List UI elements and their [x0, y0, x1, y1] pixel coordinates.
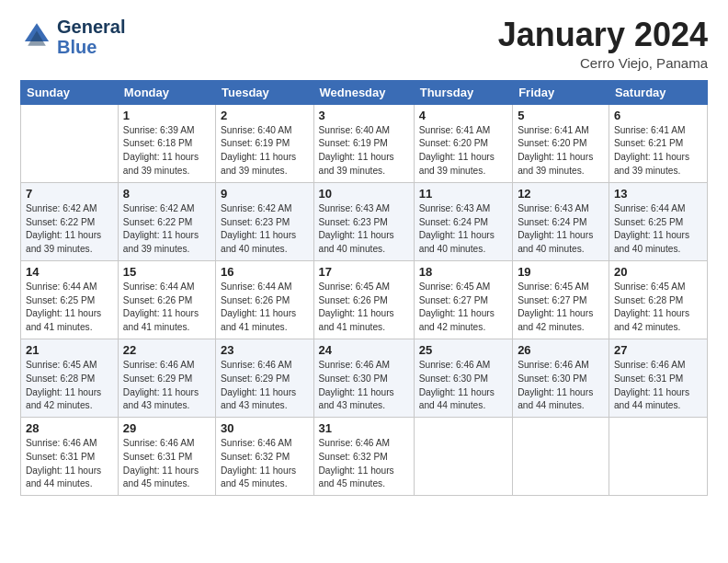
calendar-cell: 6Sunrise: 6:41 AMSunset: 6:21 PMDaylight… [609, 104, 707, 182]
day-number: 14 [26, 265, 113, 279]
day-info: Sunrise: 6:43 AMSunset: 6:23 PMDaylight:… [319, 202, 409, 257]
day-number: 26 [518, 343, 604, 357]
day-number: 19 [518, 265, 604, 279]
day-number: 10 [319, 187, 409, 201]
day-number: 4 [419, 109, 507, 122]
calendar-cell: 19Sunrise: 6:45 AMSunset: 6:27 PMDayligh… [513, 260, 609, 339]
day-number: 8 [123, 187, 210, 201]
day-number: 25 [419, 343, 507, 357]
calendar-cell: 16Sunrise: 6:44 AMSunset: 6:26 PMDayligh… [216, 260, 314, 339]
week-row-2: 7Sunrise: 6:42 AMSunset: 6:22 PMDaylight… [21, 182, 708, 260]
day-info: Sunrise: 6:46 AMSunset: 6:31 PMDaylight:… [26, 437, 113, 491]
day-info: Sunrise: 6:42 AMSunset: 6:23 PMDaylight:… [221, 202, 309, 257]
logo-area: General Blue [20, 17, 125, 57]
day-info: Sunrise: 6:42 AMSunset: 6:22 PMDaylight:… [26, 202, 113, 257]
col-header-wednesday: Wednesday [313, 80, 414, 104]
week-row-1: 1Sunrise: 6:39 AMSunset: 6:18 PMDaylight… [21, 104, 708, 182]
calendar-cell: 25Sunrise: 6:46 AMSunset: 6:30 PMDayligh… [414, 339, 512, 417]
day-number: 22 [123, 343, 210, 357]
day-number: 31 [319, 421, 409, 435]
day-number: 3 [319, 109, 409, 122]
day-info: Sunrise: 6:44 AMSunset: 6:25 PMDaylight:… [614, 202, 702, 257]
day-number: 11 [419, 187, 507, 201]
day-info: Sunrise: 6:41 AMSunset: 6:20 PMDaylight:… [518, 124, 604, 178]
day-info: Sunrise: 6:43 AMSunset: 6:24 PMDaylight:… [419, 202, 507, 257]
day-info: Sunrise: 6:46 AMSunset: 6:30 PMDaylight:… [319, 359, 409, 413]
month-title: January 2024 [498, 17, 708, 53]
day-info: Sunrise: 6:44 AMSunset: 6:26 PMDaylight:… [123, 281, 210, 335]
day-info: Sunrise: 6:39 AMSunset: 6:18 PMDaylight:… [123, 124, 210, 178]
calendar-cell: 17Sunrise: 6:45 AMSunset: 6:26 PMDayligh… [313, 260, 414, 339]
calendar-cell: 20Sunrise: 6:45 AMSunset: 6:28 PMDayligh… [609, 260, 707, 339]
calendar-cell [513, 418, 609, 496]
day-number: 23 [221, 343, 309, 357]
day-info: Sunrise: 6:45 AMSunset: 6:27 PMDaylight:… [419, 281, 507, 335]
calendar-cell: 14Sunrise: 6:44 AMSunset: 6:25 PMDayligh… [21, 260, 119, 339]
day-number: 13 [614, 187, 702, 201]
calendar-cell: 21Sunrise: 6:45 AMSunset: 6:28 PMDayligh… [21, 339, 119, 417]
day-info: Sunrise: 6:40 AMSunset: 6:19 PMDaylight:… [319, 124, 409, 178]
page: General Blue January 2024 Cerro Viejo, P… [0, 0, 728, 563]
calendar-cell: 24Sunrise: 6:46 AMSunset: 6:30 PMDayligh… [313, 339, 414, 417]
day-info: Sunrise: 6:45 AMSunset: 6:27 PMDaylight:… [518, 281, 604, 335]
day-number: 9 [221, 187, 309, 201]
calendar-cell: 30Sunrise: 6:46 AMSunset: 6:32 PMDayligh… [216, 418, 314, 496]
calendar-cell: 27Sunrise: 6:46 AMSunset: 6:31 PMDayligh… [609, 339, 707, 417]
calendar-cell: 3Sunrise: 6:40 AMSunset: 6:19 PMDaylight… [313, 104, 414, 182]
calendar-cell [21, 104, 119, 182]
calendar-table: SundayMondayTuesdayWednesdayThursdayFrid… [20, 80, 708, 497]
col-header-friday: Friday [513, 80, 609, 104]
day-number: 16 [221, 265, 309, 279]
day-info: Sunrise: 6:43 AMSunset: 6:24 PMDaylight:… [518, 202, 604, 257]
day-info: Sunrise: 6:45 AMSunset: 6:28 PMDaylight:… [614, 281, 702, 335]
calendar-cell: 7Sunrise: 6:42 AMSunset: 6:22 PMDaylight… [21, 182, 119, 260]
week-row-5: 28Sunrise: 6:46 AMSunset: 6:31 PMDayligh… [21, 418, 708, 496]
day-number: 5 [518, 109, 604, 122]
logo-text-line1: General [57, 17, 125, 37]
day-number: 1 [123, 109, 210, 122]
day-info: Sunrise: 6:46 AMSunset: 6:32 PMDaylight:… [319, 437, 409, 491]
day-info: Sunrise: 6:41 AMSunset: 6:20 PMDaylight:… [419, 124, 507, 178]
day-info: Sunrise: 6:42 AMSunset: 6:22 PMDaylight:… [123, 202, 210, 257]
day-info: Sunrise: 6:45 AMSunset: 6:26 PMDaylight:… [319, 281, 409, 335]
col-header-sunday: Sunday [21, 80, 119, 104]
calendar-cell: 9Sunrise: 6:42 AMSunset: 6:23 PMDaylight… [216, 182, 314, 260]
calendar-header-row: SundayMondayTuesdayWednesdayThursdayFrid… [21, 80, 708, 104]
day-number: 24 [319, 343, 409, 357]
day-number: 12 [518, 187, 604, 201]
calendar-cell: 13Sunrise: 6:44 AMSunset: 6:25 PMDayligh… [609, 182, 707, 260]
day-info: Sunrise: 6:46 AMSunset: 6:29 PMDaylight:… [221, 359, 309, 413]
calendar-cell: 29Sunrise: 6:46 AMSunset: 6:31 PMDayligh… [118, 418, 215, 496]
day-info: Sunrise: 6:41 AMSunset: 6:21 PMDaylight:… [614, 124, 702, 178]
calendar-cell: 11Sunrise: 6:43 AMSunset: 6:24 PMDayligh… [414, 182, 512, 260]
calendar-cell: 18Sunrise: 6:45 AMSunset: 6:27 PMDayligh… [414, 260, 512, 339]
calendar-cell [414, 418, 512, 496]
day-info: Sunrise: 6:46 AMSunset: 6:29 PMDaylight:… [123, 359, 210, 413]
day-info: Sunrise: 6:46 AMSunset: 6:32 PMDaylight:… [221, 437, 309, 491]
day-number: 30 [221, 421, 309, 435]
logo-text-line2: Blue [57, 37, 125, 57]
col-header-monday: Monday [118, 80, 215, 104]
calendar-cell: 1Sunrise: 6:39 AMSunset: 6:18 PMDaylight… [118, 104, 215, 182]
general-blue-logo-icon [20, 20, 53, 53]
day-number: 18 [419, 265, 507, 279]
day-info: Sunrise: 6:40 AMSunset: 6:19 PMDaylight:… [221, 124, 309, 178]
day-number: 2 [221, 109, 309, 122]
calendar-cell: 12Sunrise: 6:43 AMSunset: 6:24 PMDayligh… [513, 182, 609, 260]
calendar-cell: 15Sunrise: 6:44 AMSunset: 6:26 PMDayligh… [118, 260, 215, 339]
calendar-cell: 10Sunrise: 6:43 AMSunset: 6:23 PMDayligh… [313, 182, 414, 260]
day-info: Sunrise: 6:46 AMSunset: 6:31 PMDaylight:… [614, 359, 702, 413]
day-info: Sunrise: 6:44 AMSunset: 6:25 PMDaylight:… [26, 281, 113, 335]
day-number: 6 [614, 109, 702, 122]
day-number: 7 [26, 187, 113, 201]
col-header-tuesday: Tuesday [216, 80, 314, 104]
calendar-cell: 31Sunrise: 6:46 AMSunset: 6:32 PMDayligh… [313, 418, 414, 496]
day-number: 27 [614, 343, 702, 357]
calendar-cell: 8Sunrise: 6:42 AMSunset: 6:22 PMDaylight… [118, 182, 215, 260]
day-number: 17 [319, 265, 409, 279]
day-info: Sunrise: 6:44 AMSunset: 6:26 PMDaylight:… [221, 281, 309, 335]
header: General Blue January 2024 Cerro Viejo, P… [20, 17, 708, 71]
day-number: 28 [26, 421, 113, 435]
calendar-cell: 26Sunrise: 6:46 AMSunset: 6:30 PMDayligh… [513, 339, 609, 417]
calendar-cell: 22Sunrise: 6:46 AMSunset: 6:29 PMDayligh… [118, 339, 215, 417]
